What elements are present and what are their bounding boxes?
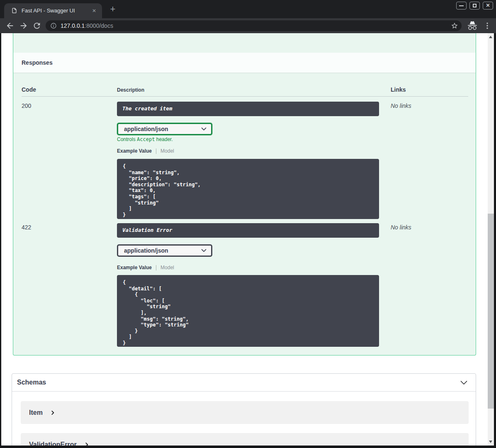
example-model-tabs: Example Value Model xyxy=(117,264,174,271)
schemas-section: Schemas Item ValidationError xyxy=(12,373,476,446)
model-name: Item xyxy=(29,409,43,416)
model-label: ValidationError xyxy=(21,433,469,446)
tab-strip: Fast API - Swagger UI ✕ + ✕ xyxy=(0,0,496,18)
response-links: No links xyxy=(391,102,411,109)
browser-window: Fast API - Swagger UI ✕ + ✕ 127.0.0.1:80… xyxy=(0,0,496,448)
schemas-title: Schemas xyxy=(17,374,46,391)
column-header-links: Links xyxy=(391,86,406,93)
address-bar[interactable]: 127.0.0.1:8000/docs xyxy=(46,20,462,31)
tab-title: Fast API - Swagger UI xyxy=(22,3,75,18)
column-header-description: Description xyxy=(117,87,144,93)
page-scrollbar[interactable] xyxy=(488,33,494,446)
chevron-right-icon xyxy=(84,442,90,446)
bookmark-star-icon[interactable] xyxy=(451,22,458,29)
scroll-down-icon[interactable] xyxy=(489,441,492,443)
schemas-header[interactable]: Schemas xyxy=(12,374,476,392)
tab-example-value[interactable]: Example Value xyxy=(117,265,152,270)
accept-note-prefix: Controls xyxy=(117,136,137,142)
example-json-block: { "detail": [ { "loc": [ "string" ], "ms… xyxy=(117,275,379,347)
tab-model[interactable]: Model xyxy=(160,148,174,154)
column-header-code: Code xyxy=(22,86,36,93)
tab-close-icon[interactable]: ✕ xyxy=(90,7,98,15)
tab-example-value[interactable]: Example Value xyxy=(117,148,152,154)
scrollbar-thumb[interactable] xyxy=(488,214,494,409)
media-type-value: application/json xyxy=(124,247,168,254)
schema-model-validationerror[interactable]: ValidationError xyxy=(21,433,469,446)
media-type-value: application/json xyxy=(124,126,168,132)
tab-separator xyxy=(156,265,156,270)
window-controls: ✕ xyxy=(456,2,493,10)
swagger-page: Responses Code Description Links 200 The… xyxy=(1,33,488,446)
tab-model[interactable]: Model xyxy=(160,265,174,270)
url-path: :8000/docs xyxy=(85,22,113,29)
tab-separator xyxy=(156,149,156,154)
response-description: The created item xyxy=(117,102,379,116)
model-label: Item xyxy=(21,401,469,424)
site-info-icon[interactable] xyxy=(50,22,57,29)
document-icon xyxy=(11,7,17,14)
url-host: 127.0.0.1 xyxy=(61,22,85,29)
close-button[interactable]: ✕ xyxy=(483,2,493,10)
maximize-button[interactable] xyxy=(469,2,480,10)
response-description: Validation Error xyxy=(117,223,379,238)
browser-tab[interactable]: Fast API - Swagger UI ✕ xyxy=(4,3,102,18)
minimize-button[interactable] xyxy=(456,2,467,10)
chevron-down-icon xyxy=(200,125,207,132)
media-type-select[interactable]: application/json xyxy=(117,123,212,135)
minimize-icon xyxy=(459,5,464,6)
scroll-up-icon[interactable] xyxy=(489,36,492,38)
reload-icon[interactable] xyxy=(32,21,41,30)
example-model-tabs: Example Value Model xyxy=(117,148,174,154)
forward-icon[interactable] xyxy=(19,21,28,30)
url-text: 127.0.0.1:8000/docs xyxy=(61,20,113,31)
media-type-select[interactable]: application/json xyxy=(117,244,212,257)
chevron-down-icon xyxy=(200,247,207,254)
chevron-down-icon[interactable] xyxy=(460,378,468,387)
browser-toolbar: 127.0.0.1:8000/docs xyxy=(0,18,496,33)
maximize-icon xyxy=(473,4,477,7)
accept-note-suffix: header. xyxy=(155,136,173,142)
close-icon: ✕ xyxy=(483,2,493,9)
response-code: 422 xyxy=(22,224,31,231)
accept-header-note: Controls Accept header. xyxy=(117,136,173,142)
responses-section-header: Responses xyxy=(13,53,476,73)
model-name: ValidationError xyxy=(29,441,77,446)
browser-menu-icon[interactable] xyxy=(483,21,492,30)
incognito-icon xyxy=(467,20,478,31)
accept-note-code: Accept xyxy=(137,136,155,142)
post-operation-block: Responses Code Description Links 200 The… xyxy=(13,33,476,355)
chevron-right-icon xyxy=(50,410,56,416)
response-links: No links xyxy=(391,224,411,231)
schema-model-item[interactable]: Item xyxy=(21,401,469,424)
example-json-block: { "name": "string", "price": 0, "descrip… xyxy=(117,159,379,219)
new-tab-button[interactable]: + xyxy=(108,5,118,15)
responses-title: Responses xyxy=(13,53,476,73)
response-code: 200 xyxy=(22,102,31,109)
table-header-divider xyxy=(22,96,468,97)
back-icon[interactable] xyxy=(5,21,15,30)
